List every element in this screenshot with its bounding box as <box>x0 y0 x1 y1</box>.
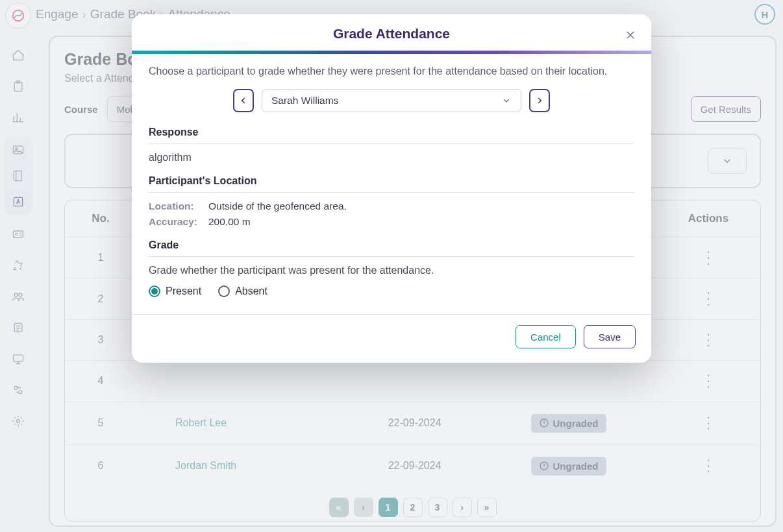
chevron-right-icon <box>535 96 544 105</box>
location-key: Location: <box>149 200 202 212</box>
location-label: Participant's Location <box>149 175 634 187</box>
grade-helper: Grade whether the participant was presen… <box>149 265 634 276</box>
modal-header: Grade Attendance <box>132 14 651 51</box>
divider <box>149 256 634 257</box>
grade-attendance-modal: Grade Attendance Choose a participant to… <box>132 14 651 363</box>
modal-body: Choose a participant to grade whether th… <box>132 54 651 314</box>
accuracy-value: 200.00 m <box>208 216 251 228</box>
participant-name: Sarah Williams <box>271 95 338 106</box>
radio-dot-icon <box>218 285 230 297</box>
chevron-down-icon <box>501 95 512 106</box>
grade-label: Grade <box>149 239 634 251</box>
response-value: algorithm <box>149 152 634 163</box>
radio-dot-icon <box>149 285 160 297</box>
modal-title: Grade Attendance <box>147 26 636 42</box>
save-button[interactable]: Save <box>584 325 636 348</box>
radio-absent-label: Absent <box>235 285 267 297</box>
location-row: Location: Outside of the geofenced area. <box>149 200 634 212</box>
radio-absent[interactable]: Absent <box>218 285 267 297</box>
accuracy-key: Accuracy: <box>149 216 202 228</box>
radio-present-label: Present <box>166 285 201 297</box>
prev-participant-button[interactable] <box>233 89 254 112</box>
next-participant-button[interactable] <box>529 89 550 112</box>
divider <box>149 143 634 144</box>
cancel-button[interactable]: Cancel <box>516 325 576 348</box>
divider <box>149 192 634 193</box>
modal-close-button[interactable] <box>621 26 640 44</box>
participant-select[interactable]: Sarah Williams <box>262 89 521 112</box>
modal-footer: Cancel Save <box>132 314 651 363</box>
location-value: Outside of the geofenced area. <box>208 200 347 212</box>
modal-helper-text: Choose a participant to grade whether th… <box>149 66 634 77</box>
chevron-left-icon <box>239 96 248 105</box>
response-label: Response <box>149 127 634 138</box>
radio-present[interactable]: Present <box>149 285 201 297</box>
participant-picker: Sarah Williams <box>149 89 634 112</box>
close-icon <box>624 29 637 42</box>
accuracy-row: Accuracy: 200.00 m <box>149 216 634 228</box>
grade-radio-group: Present Absent <box>149 285 634 297</box>
